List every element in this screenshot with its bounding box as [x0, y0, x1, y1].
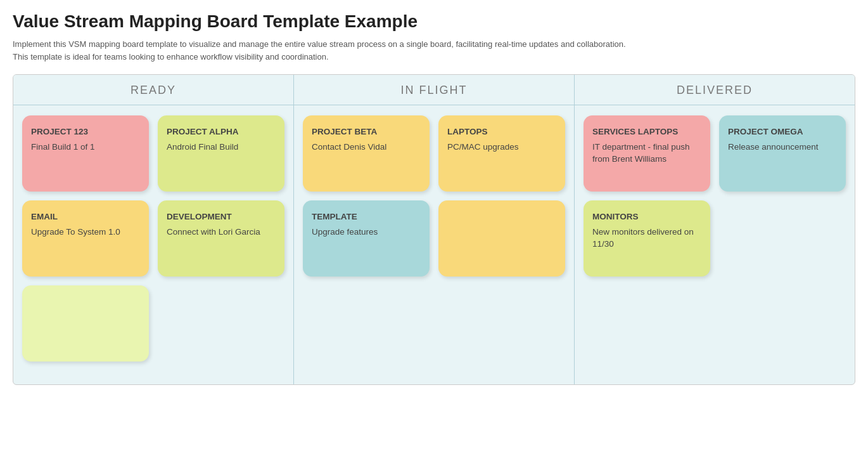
card-project-123[interactable]: PROJECT 123 Final Build 1 of 1	[22, 115, 149, 192]
card-title: MONITORS	[592, 211, 701, 223]
ready-right: PROJECT ALPHA Android Final Build DEVELO…	[158, 115, 284, 362]
card-laptops[interactable]: LAPTOPS PC/MAC upgrades	[438, 115, 565, 192]
subtitle: Implement this VSM mapping board templat…	[13, 38, 855, 63]
card-project-alpha[interactable]: PROJECT ALPHA Android Final Build	[158, 115, 284, 192]
inflight-left: PROJECT BETA Contact Denis Vidal TEMPLAT…	[303, 115, 430, 277]
card-email[interactable]: EMAIL Upgrade To System 1.0	[22, 200, 149, 277]
card-body: New monitors delivered on 11/30	[592, 227, 694, 249]
column-ready: READY PROJECT 123 Final Build 1 of 1 EMA…	[13, 75, 294, 384]
column-inflight-header: IN FLIGHT	[294, 75, 574, 105]
delivered-right: PROJECT OMEGA Release announcement	[719, 115, 846, 277]
card-title: PROJECT BETA	[312, 126, 421, 138]
card-monitors[interactable]: MONITORS New monitors delivered on 11/30	[584, 200, 710, 277]
card-title: EMAIL	[31, 211, 140, 223]
card-title: DEVELOPMENT	[167, 211, 276, 223]
vsm-board: READY PROJECT 123 Final Build 1 of 1 EMA…	[13, 74, 855, 385]
card-body: Final Build 1 of 1	[31, 142, 95, 152]
inflight-right: LAPTOPS PC/MAC upgrades	[438, 115, 565, 277]
card-title: LAPTOPS	[447, 126, 556, 138]
ready-left: PROJECT 123 Final Build 1 of 1 EMAIL Upg…	[22, 115, 149, 362]
card-body: Android Final Build	[167, 142, 238, 152]
card-body: IT department - final push from Brent Wi…	[592, 142, 690, 164]
card-services-laptops[interactable]: SERVICES LAPTOPS IT department - final p…	[584, 115, 710, 192]
card-body: Connect with Lori Garcia	[167, 227, 260, 237]
card-title: PROJECT ALPHA	[167, 126, 276, 138]
card-body: Contact Denis Vidal	[312, 142, 386, 152]
card-body: PC/MAC upgrades	[447, 142, 519, 152]
card-body: Upgrade features	[312, 227, 378, 237]
card-project-beta[interactable]: PROJECT BETA Contact Denis Vidal	[303, 115, 430, 192]
card-project-omega[interactable]: PROJECT OMEGA Release announcement	[719, 115, 846, 192]
card-template[interactable]: TEMPLATE Upgrade features	[303, 200, 430, 277]
card-empty-2[interactable]	[438, 200, 565, 277]
card-body: Upgrade To System 1.0	[31, 227, 120, 237]
card-title: PROJECT OMEGA	[728, 126, 837, 138]
column-ready-header: READY	[13, 75, 293, 105]
card-body: Release announcement	[728, 142, 819, 152]
delivered-left: SERVICES LAPTOPS IT department - final p…	[584, 115, 710, 277]
card-title: PROJECT 123	[31, 126, 140, 138]
column-inflight: IN FLIGHT PROJECT BETA Contact Denis Vid…	[294, 75, 575, 384]
card-development[interactable]: DEVELOPMENT Connect with Lori Garcia	[158, 200, 284, 277]
column-delivered-header: DELIVERED	[575, 75, 855, 105]
column-delivered: DELIVERED SERVICES LAPTOPS IT department…	[575, 75, 855, 384]
card-empty-1[interactable]	[22, 285, 149, 362]
card-title: TEMPLATE	[312, 211, 421, 223]
page-title: Value Stream Mapping Board Template Exam…	[13, 11, 855, 32]
card-title: SERVICES LAPTOPS	[592, 126, 701, 138]
